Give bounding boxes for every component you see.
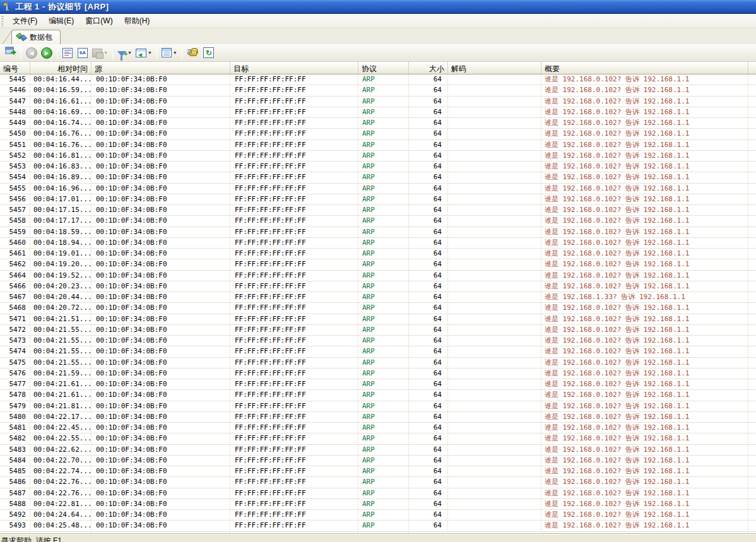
column-header-no[interactable]: 编号	[0, 62, 30, 74]
cell-proto: ARP	[358, 336, 409, 346]
column-header-source[interactable]: 源	[92, 62, 230, 74]
cell-no: 5472	[0, 325, 30, 335]
packet-row[interactable]: 547700:04:21.61...00:1D:0F:34:0B:F0FF:FF…	[0, 379, 756, 390]
packet-row[interactable]: 545800:04:17.17...00:1D:0F:34:0B:F0FF:FF…	[0, 216, 756, 227]
cell-dst: FF:FF:FF:FF:FF:FF	[230, 325, 358, 335]
cell-no: 5456	[0, 194, 30, 204]
column-header-size[interactable]: 大小	[409, 62, 448, 74]
column-header-proto[interactable]: 协议	[358, 62, 409, 74]
cell-proto: ARP	[358, 172, 409, 182]
packet-row[interactable]: 547400:04:21.55...00:1D:0F:34:0B:F0FF:FF…	[0, 346, 756, 357]
packet-row[interactable]: 548400:04:22.70...00:1D:0F:34:0B:F0FF:FF…	[0, 456, 756, 466]
export-window-button[interactable]	[4, 46, 18, 60]
columns-icon	[162, 48, 172, 57]
menu-gripper-handle[interactable]	[1, 16, 4, 27]
forward-button[interactable]: ►	[40, 46, 54, 60]
cell-proto: ARP	[358, 477, 409, 487]
row-filler	[748, 129, 756, 139]
cell-size: 64	[409, 456, 448, 466]
row-filler	[748, 259, 756, 269]
packet-row[interactable]: 548100:04:22.45...00:1D:0F:34:0B:F0FF:FF…	[0, 423, 756, 433]
packet-row[interactable]: 548600:04:22.76...00:1D:0F:34:0B:F0FF:FF…	[0, 477, 756, 488]
packet-row[interactable]: 547600:04:21.59...00:1D:0F:34:0B:F0FF:FF…	[0, 368, 756, 379]
packet-row[interactable]: 546000:04:18.94...00:1D:0F:34:0B:F0FF:FF…	[0, 238, 756, 249]
packet-row[interactable]: 548700:04:22.76...00:1D:0F:34:0B:F0FF:FF…	[0, 488, 756, 499]
packet-row[interactable]: 548200:04:22.55...00:1D:0F:34:0B:F0FF:FF…	[0, 433, 756, 444]
packet-row[interactable]: 544700:04:16.61...00:1D:0F:34:0B:F0FF:FF…	[0, 97, 756, 107]
row-filler	[748, 292, 756, 302]
cell-summary: 谁是 192.168.0.102? 告诉 192.168.1.1	[541, 227, 748, 237]
packet-row[interactable]: 547900:04:21.81...00:1D:0F:34:0B:F0FF:FF…	[0, 401, 756, 412]
packet-row[interactable]: 546800:04:20.72...00:1D:0F:34:0B:F0FF:FF…	[0, 303, 756, 314]
cell-summary: 谁是 192.168.0.102? 告诉 192.168.1.1	[541, 281, 748, 292]
packet-row[interactable]: 549300:04:25.48...00:1D:0F:34:0B:F0FF:FF…	[0, 521, 756, 531]
cell-src: 00:1D:0F:34:0B:F0	[92, 162, 230, 172]
packet-row[interactable]: 544800:04:16.69...00:1D:0F:34:0B:F0FF:FF…	[0, 107, 756, 118]
packet-row[interactable]: 547100:04:21.51...00:1D:0F:34:0B:F0FF:FF…	[0, 314, 756, 325]
cell-size: 64	[409, 259, 448, 269]
cell-summary: 谁是 192.168.0.102? 告诉 192.168.1.1	[541, 456, 748, 466]
packet-row[interactable]: 547300:04:21.55...00:1D:0F:34:0B:F0FF:FF…	[0, 336, 756, 346]
packet-row[interactable]: 546200:04:19.20...00:1D:0F:34:0B:F0FF:FF…	[0, 259, 756, 270]
packet-row[interactable]: 546100:04:19.01...00:1D:0F:34:0B:F0FF:FF…	[0, 249, 756, 259]
packet-row[interactable]: 545700:04:17.15...00:1D:0F:34:0B:F0FF:FF…	[0, 205, 756, 216]
cell-summary: 谁是 192.168.0.102? 告诉 192.168.1.1	[541, 488, 748, 498]
cell-time: 00:04:22.17...	[30, 412, 92, 422]
hex-view-button[interactable]: 6A	[76, 46, 90, 60]
packet-row[interactable]: 548300:04:22.62...00:1D:0F:34:0B:F0FF:FF…	[0, 445, 756, 456]
column-header-dest[interactable]: 目标	[230, 62, 358, 74]
packet-row[interactable]: 545600:04:17.01...00:1D:0F:34:0B:F0FF:FF…	[0, 194, 756, 205]
packet-row[interactable]: 545500:04:16.96...00:1D:0F:34:0B:F0FF:FF…	[0, 184, 756, 194]
menu-edit[interactable]: 编辑(E)	[43, 14, 80, 28]
packet-row[interactable]: 544600:04:16.59...00:1D:0F:34:0B:F0FF:FF…	[0, 85, 756, 96]
columns-button[interactable]: ▼	[160, 46, 179, 60]
packet-row[interactable]: 545200:04:16.81...00:1D:0F:34:0B:F0FF:FF…	[0, 151, 756, 162]
columns-caret-icon: ▼	[173, 50, 177, 55]
packet-row[interactable]: 545000:04:16.76...00:1D:0F:34:0B:F0FF:FF…	[0, 129, 756, 139]
packet-row[interactable]: 544500:04:16.44...00:1D:0F:34:0B:F0FF:FF…	[0, 74, 756, 85]
packet-row[interactable]: 548800:04:22.81...00:1D:0F:34:0B:F0FF:FF…	[0, 499, 756, 510]
toolbar-separator	[21, 47, 21, 59]
row-filler	[748, 74, 756, 85]
menu-help[interactable]: 帮助(H)	[119, 14, 156, 28]
packet-row[interactable]: 547200:04:21.55...00:1D:0F:34:0B:F0FF:FF…	[0, 325, 756, 336]
packet-row[interactable]: 548500:04:22.74...00:1D:0F:34:0B:F0FF:FF…	[0, 466, 756, 477]
column-header-decode[interactable]: 解码	[448, 62, 541, 74]
cell-time: 00:04:21.61...	[30, 379, 92, 389]
goto-window-button[interactable]: ◄ ▼	[134, 46, 153, 60]
copy-button-disabled[interactable]: ▼	[91, 46, 109, 60]
cell-time: 00:04:16.83...	[30, 162, 92, 172]
column-header-time[interactable]: 相对时间	[30, 62, 92, 74]
title-bar[interactable]: 工程 1 - 协议细节 [ARP]	[0, 0, 756, 14]
packet-row[interactable]: 546600:04:20.23...00:1D:0F:34:0B:F0FF:FF…	[0, 281, 756, 292]
packet-row[interactable]: 548000:04:22.17...00:1D:0F:34:0B:F0FF:FF…	[0, 412, 756, 423]
toolbar: ◄ ► 6A ▼ + ▼ ◄ ▼	[0, 44, 756, 62]
filter-button[interactable]: + ▼	[116, 46, 133, 60]
packet-detail-button[interactable]	[61, 46, 74, 60]
cell-dst: FF:FF:FF:FF:FF:FF	[230, 118, 358, 128]
cell-proto: ARP	[358, 390, 409, 400]
packet-row[interactable]: 547800:04:21.61...00:1D:0F:34:0B:F0FF:FF…	[0, 390, 756, 401]
packet-row[interactable]: 547500:04:21.55...00:1D:0F:34:0B:F0FF:FF…	[0, 358, 756, 368]
cell-size: 64	[409, 412, 448, 422]
packet-row[interactable]: 545900:04:18.59...00:1D:0F:34:0B:F0FF:FF…	[0, 227, 756, 238]
back-button[interactable]: ◄	[25, 46, 38, 60]
packet-row[interactable]: 545400:04:16.89...00:1D:0F:34:0B:F0FF:FF…	[0, 172, 756, 183]
cell-size: 64	[409, 281, 448, 292]
tab-packets[interactable]: 数据包	[11, 30, 61, 44]
column-header-summary[interactable]: 概要	[541, 62, 748, 74]
packet-row[interactable]: 546700:04:20.44...00:1D:0F:34:0B:F0FF:FF…	[0, 292, 756, 303]
cell-no: 5488	[0, 499, 30, 509]
menu-window[interactable]: 窗口(W)	[80, 14, 118, 28]
packet-row[interactable]: 546400:04:19.52...00:1D:0F:34:0B:F0FF:FF…	[0, 271, 756, 281]
packet-row[interactable]: 549200:04:24.64...00:1D:0F:34:0B:F0FF:FF…	[0, 510, 756, 521]
lock-settings-button[interactable]: S	[186, 46, 201, 60]
cell-decode	[448, 205, 541, 215]
refresh-button[interactable]: ↻	[202, 46, 216, 60]
packet-row[interactable]: 545100:04:16.76...00:1D:0F:34:0B:F0FF:FF…	[0, 140, 756, 151]
row-filler	[748, 368, 756, 379]
packet-row[interactable]: 545300:04:16.83...00:1D:0F:34:0B:F0FF:FF…	[0, 162, 756, 172]
menu-file[interactable]: 文件(F)	[7, 14, 43, 28]
cell-decode	[448, 445, 541, 455]
packet-row[interactable]: 544900:04:16.74...00:1D:0F:34:0B:F0FF:FF…	[0, 118, 756, 129]
